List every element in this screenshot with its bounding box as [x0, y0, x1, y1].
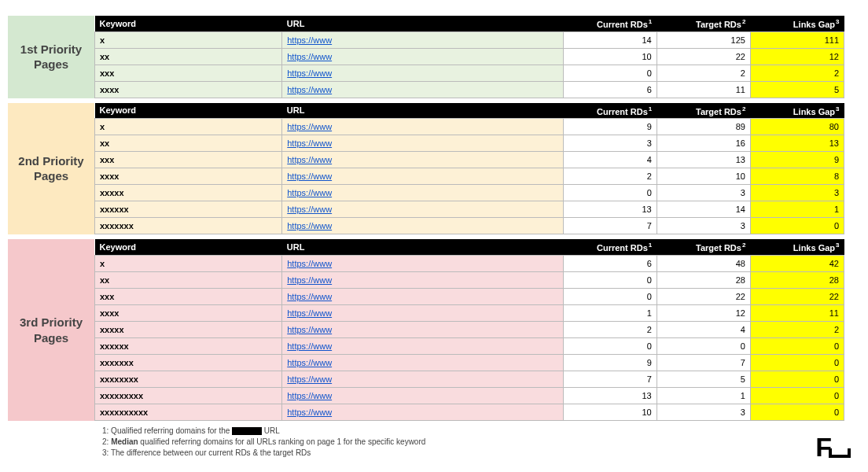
cell-target-rds: 22 — [657, 48, 750, 65]
url-link[interactable]: https://www — [287, 122, 332, 131]
url-link[interactable]: https://www — [287, 188, 332, 197]
cell-keyword: xxxxxxxxx — [95, 387, 282, 404]
cell-current-rds: 2 — [563, 321, 657, 337]
cell-keyword: xxx — [95, 288, 282, 304]
cell-url: https://www — [282, 337, 563, 354]
cell-links-gap: 22 — [750, 288, 844, 304]
cell-keyword: xxxx — [95, 81, 282, 98]
cell-target-rds: 3 — [657, 185, 750, 201]
cell-url: https://www — [282, 255, 563, 271]
cell-target-rds: 7 — [657, 354, 750, 371]
table-row: xxxhttps://www02222 — [95, 288, 844, 304]
table-row: xhttps://www98980 — [95, 119, 844, 135]
url-link[interactable]: https://www — [287, 407, 332, 417]
cell-links-gap: 28 — [750, 271, 844, 288]
section-label: 2nd Priority Pages — [8, 103, 94, 235]
cell-url: https://www — [282, 81, 563, 98]
table-row: xxxxxxxxhttps://www750 — [95, 371, 844, 387]
cell-current-rds: 7 — [563, 371, 657, 387]
cell-keyword: xxxxxx — [95, 201, 282, 218]
cell-links-gap: 11 — [750, 304, 844, 321]
url-link[interactable]: https://www — [287, 221, 332, 230]
cell-links-gap: 0 — [750, 218, 844, 234]
cell-current-rds: 3 — [563, 135, 657, 152]
cell-url: https://www — [282, 65, 563, 81]
table-row: xxxhttps://www022 — [95, 65, 844, 81]
footnote-3: 3: The difference between our current RD… — [102, 448, 844, 459]
cell-url: https://www — [282, 135, 563, 152]
url-link[interactable]: https://www — [287, 325, 332, 334]
header-target-rds: Target RDs2 — [657, 239, 750, 255]
url-link[interactable]: https://www — [287, 205, 332, 214]
table-row: xxxxxhttps://www242 — [95, 321, 844, 337]
cell-keyword: xxx — [95, 152, 282, 168]
cell-target-rds: 89 — [657, 119, 750, 135]
header-url: URL — [282, 103, 563, 119]
cell-target-rds: 16 — [657, 135, 750, 152]
cell-url: https://www — [282, 387, 563, 404]
header-links-gap: Links Gap3 — [750, 16, 844, 31]
cell-target-rds: 12 — [657, 304, 750, 321]
priority-section: 3rd Priority PagesKeywordURLCurrent RDs1… — [8, 239, 844, 421]
url-link[interactable]: https://www — [287, 341, 332, 351]
url-link[interactable]: https://www — [287, 155, 332, 164]
url-link[interactable]: https://www — [287, 85, 332, 94]
url-link[interactable]: https://www — [287, 35, 332, 45]
cell-current-rds: 13 — [563, 387, 657, 404]
cell-keyword: xxxxx — [95, 321, 282, 337]
cell-keyword: xxxxxxxxxx — [95, 404, 282, 420]
header-url: URL — [282, 239, 563, 255]
table-row: xxxxxxhttps://www13141 — [95, 201, 844, 218]
url-link[interactable]: https://www — [287, 391, 332, 400]
table-row: xxhttps://www31613 — [95, 135, 844, 152]
header-target-rds: Target RDs2 — [657, 16, 750, 31]
url-link[interactable]: https://www — [287, 275, 332, 285]
cell-keyword: x — [95, 255, 282, 271]
cell-keyword: xxx — [95, 65, 282, 81]
table-row: xxxxhttps://www11211 — [95, 304, 844, 321]
cell-url: https://www — [282, 201, 563, 218]
cell-links-gap: 80 — [750, 119, 844, 135]
section-label: 1st Priority Pages — [8, 16, 94, 98]
cell-keyword: xxxxxxx — [95, 218, 282, 234]
cell-links-gap: 42 — [750, 255, 844, 271]
cell-url: https://www — [282, 288, 563, 304]
cell-url: https://www — [282, 31, 563, 48]
cell-target-rds: 2 — [657, 65, 750, 81]
cell-target-rds: 4 — [657, 321, 750, 337]
cell-current-rds: 10 — [563, 48, 657, 65]
url-link[interactable]: https://www — [287, 68, 332, 78]
url-link[interactable]: https://www — [287, 52, 332, 61]
cell-target-rds: 1 — [657, 387, 750, 404]
table-row: xxxxxxxxxxhttps://www1030 — [95, 404, 844, 420]
table-row: xxhttps://www102212 — [95, 48, 844, 65]
cell-links-gap: 0 — [750, 371, 844, 387]
cell-links-gap: 5 — [750, 81, 844, 98]
cell-url: https://www — [282, 321, 563, 337]
cell-target-rds: 11 — [657, 81, 750, 98]
url-link[interactable]: https://www — [287, 308, 332, 318]
header-keyword: Keyword — [95, 103, 282, 119]
table-row: xxxxxxxxxhttps://www1310 — [95, 387, 844, 404]
cell-keyword: xxxxxx — [95, 337, 282, 354]
cell-links-gap: 0 — [750, 337, 844, 354]
cell-links-gap: 3 — [750, 185, 844, 201]
cell-current-rds: 6 — [563, 81, 657, 98]
cell-current-rds: 4 — [563, 152, 657, 168]
cell-links-gap: 2 — [750, 321, 844, 337]
url-link[interactable]: https://www — [287, 138, 332, 148]
cell-current-rds: 14 — [563, 31, 657, 48]
cell-keyword: xx — [95, 135, 282, 152]
cell-current-rds: 0 — [563, 65, 657, 81]
url-link[interactable]: https://www — [287, 292, 332, 301]
url-link[interactable]: https://www — [287, 358, 332, 367]
url-link[interactable]: https://www — [287, 259, 332, 268]
url-link[interactable]: https://www — [287, 171, 332, 181]
table-row: xxxxhttps://www2108 — [95, 168, 844, 185]
table-row: xxhttps://www02828 — [95, 271, 844, 288]
section-label: 3rd Priority Pages — [8, 239, 94, 421]
url-link[interactable]: https://www — [287, 374, 332, 384]
cell-current-rds: 2 — [563, 168, 657, 185]
cell-links-gap: 2 — [750, 65, 844, 81]
cell-current-rds: 1 — [563, 304, 657, 321]
